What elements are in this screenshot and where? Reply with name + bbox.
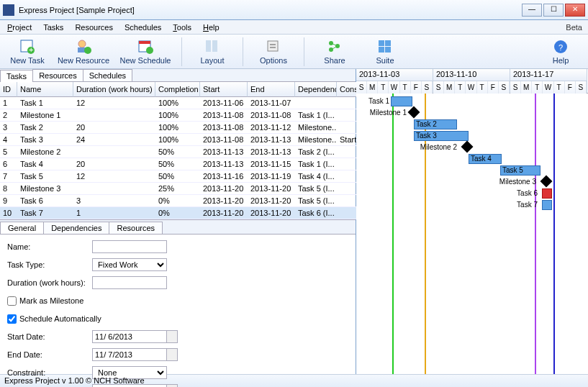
col-end[interactable]: End	[248, 82, 295, 97]
options-button[interactable]: Options	[250, 36, 297, 68]
day-header: M	[521, 81, 532, 94]
table-row[interactable]: 2Milestone 1100%2013-11-082013-11-08Task…	[0, 109, 356, 122]
col-start[interactable]: Start	[200, 82, 248, 97]
col-duration[interactable]: Duration (work hours)	[73, 82, 155, 97]
cell-start: 2013-11-20	[200, 195, 248, 207]
property-tabs: General Dependencies Resources	[0, 219, 356, 235]
gantt-bar-task6[interactable]	[542, 188, 552, 199]
tab-schedules[interactable]: Schedules	[83, 69, 132, 81]
minimize-button[interactable]: —	[522, 4, 542, 17]
new-schedule-button[interactable]: New Schedule	[117, 36, 174, 68]
gantt-start-line	[392, 94, 394, 374]
task-grid: ID Name Duration (work hours) Completion…	[0, 82, 356, 219]
layout-button[interactable]: Layout	[189, 36, 235, 68]
prop-tab-dependencies[interactable]: Dependencies	[43, 222, 109, 234]
help-button[interactable]: ? Help	[538, 36, 584, 68]
cell-start: 2013-11-06	[200, 97, 248, 109]
table-row[interactable]: 4Task 324100%2013-11-082013-11-13Milesto…	[0, 134, 356, 146]
cell-id: 7	[0, 170, 17, 183]
day-header: W	[466, 81, 476, 94]
gantt-timeline-header: 2013-11-03SMTWTFS 2013-11-10SMTWTFS 2013…	[356, 69, 588, 94]
prop-tab-general[interactable]: General	[0, 222, 44, 234]
start-date-picker-icon[interactable]	[166, 330, 178, 343]
menu-bar: Project Tasks Resources Schedules Tools …	[0, 20, 588, 35]
menu-tasks[interactable]: Tasks	[39, 22, 68, 33]
table-row[interactable]: 6Task 42050%2013-11-132013-11-15Task 1 (…	[0, 158, 356, 170]
suite-button[interactable]: Suite	[362, 36, 408, 68]
cell-end: 2013-11-20	[248, 195, 295, 207]
end-date-input[interactable]	[92, 348, 167, 361]
gantt-bar-task5[interactable]: Task 5	[500, 165, 540, 176]
cell-comp: 100%	[155, 109, 200, 122]
cell-start: 2013-11-13	[200, 146, 248, 158]
name-input[interactable]	[92, 240, 167, 253]
tab-tasks[interactable]: Tasks	[0, 70, 33, 82]
cell-id: 3	[0, 122, 17, 134]
new-task-button[interactable]: + New Task	[4, 36, 50, 68]
cell-start: 2013-11-20	[200, 207, 248, 219]
gantt-body: Task 1 Milestone 1 Task 2 Task 3 Milesto…	[356, 94, 588, 374]
svg-rect-10	[212, 40, 217, 52]
cell-end: 2013-11-20	[248, 183, 295, 195]
day-header: T	[554, 81, 565, 94]
end-date-picker-icon[interactable]	[166, 348, 178, 361]
schedule-auto-checkbox[interactable]	[7, 314, 17, 324]
table-row[interactable]: 10Task 710%2013-11-202013-11-20Task 6 (I…	[0, 207, 356, 219]
gantt-bar-task7[interactable]	[542, 200, 552, 210]
task-type-select[interactable]: Fixed Work	[92, 258, 167, 271]
view-tabs: Tasks Resources Schedules	[0, 69, 356, 82]
cell-id: 10	[0, 207, 17, 219]
menu-resources[interactable]: Resources	[71, 22, 117, 33]
start-date-input[interactable]	[92, 330, 167, 343]
menu-tools[interactable]: Tools	[168, 22, 196, 33]
col-id[interactable]: ID	[0, 82, 17, 97]
maximize-button[interactable]: ☐	[543, 4, 564, 17]
name-label: Name:	[7, 242, 92, 251]
mark-milestone-checkbox[interactable]	[7, 296, 17, 306]
tab-resources[interactable]: Resources	[32, 69, 83, 81]
table-row[interactable]: 7Task 51250%2013-11-162013-11-19Task 4 (…	[0, 170, 356, 183]
table-row[interactable]: 5Milestone 250%2013-11-132013-11-13Task …	[0, 146, 356, 158]
duration-input[interactable]	[92, 276, 167, 289]
col-completion[interactable]: Completion	[155, 82, 200, 97]
cell-name: Task 5	[17, 170, 73, 183]
table-row[interactable]: 1Task 112100%2013-11-062013-11-07Fixed .…	[0, 97, 356, 109]
gantt-milestone-2[interactable]	[461, 141, 474, 153]
menu-help[interactable]: Help	[199, 22, 224, 33]
new-schedule-icon	[137, 39, 153, 55]
cell-end: 2013-11-13	[248, 146, 295, 158]
share-button[interactable]: Share	[312, 36, 358, 68]
gantt-milestone-3[interactable]	[540, 176, 553, 188]
day-header: M	[444, 81, 455, 94]
constraint-date-picker-icon[interactable]	[166, 384, 178, 387]
gantt-label: Milestone 2	[399, 142, 457, 152]
duration-label: Duration (work hours):	[7, 278, 92, 287]
cell-dur	[73, 146, 155, 158]
gantt-bar-task4[interactable]: Task 4	[469, 154, 502, 164]
gantt-label: Task 1	[356, 96, 389, 106]
gantt-bar-task1[interactable]	[391, 96, 412, 106]
layout-icon	[204, 39, 220, 55]
table-row[interactable]: 3Task 220100%2013-11-082013-11-12Milesto…	[0, 122, 356, 134]
col-name[interactable]: Name	[17, 82, 73, 97]
cell-dep: Task 6 (I...	[295, 207, 337, 219]
prop-tab-resources[interactable]: Resources	[109, 222, 163, 234]
table-row[interactable]: 9Task 630%2013-11-202013-11-20Task 5 (I.…	[0, 195, 356, 207]
svg-rect-16	[385, 40, 391, 46]
menu-schedules[interactable]: Schedules	[120, 22, 166, 33]
day-header: F	[411, 81, 422, 94]
gantt-milestone-1[interactable]	[408, 106, 420, 119]
gantt-bar-task3[interactable]: Task 3	[414, 131, 469, 141]
cell-dur: 20	[73, 122, 155, 134]
new-task-icon: +	[19, 39, 35, 55]
menu-project[interactable]: Project	[3, 22, 36, 33]
gantt-chart[interactable]: 2013-11-03SMTWTFS 2013-11-10SMTWTFS 2013…	[356, 69, 588, 374]
col-dependency[interactable]: Dependency	[295, 82, 337, 97]
close-button[interactable]: ✕	[565, 4, 585, 17]
gantt-bar-task2[interactable]: Task 2	[414, 119, 457, 129]
new-resource-button[interactable]: New Resource	[55, 36, 112, 68]
cell-name: Task 7	[17, 207, 73, 219]
cell-id: 6	[0, 158, 17, 170]
day-header: S	[576, 81, 587, 94]
table-row[interactable]: 8Milestone 325%2013-11-202013-11-20Task …	[0, 183, 356, 195]
